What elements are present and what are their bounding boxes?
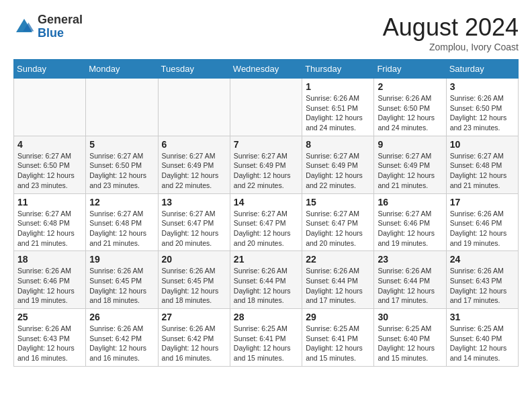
day-of-week-wednesday: Wednesday: [230, 60, 302, 79]
day-number: 10: [450, 139, 515, 150]
day-number: 22: [306, 254, 370, 265]
day-info: Sunrise: 6:27 AMSunset: 6:50 PMDaylight:…: [17, 151, 82, 191]
day-cell: 15Sunrise: 6:27 AMSunset: 6:47 PMDayligh…: [302, 193, 374, 251]
day-cell: 11Sunrise: 6:27 AMSunset: 6:48 PMDayligh…: [14, 193, 86, 251]
day-number: 23: [378, 254, 442, 265]
day-number: 26: [89, 312, 154, 322]
week-row-4: 18Sunrise: 6:26 AMSunset: 6:46 PMDayligh…: [14, 251, 519, 309]
day-info: Sunrise: 6:27 AMSunset: 6:48 PMDaylight:…: [17, 209, 82, 248]
day-info: Sunrise: 6:27 AMSunset: 6:50 PMDaylight:…: [89, 151, 154, 191]
day-cell: 4Sunrise: 6:27 AMSunset: 6:50 PMDaylight…: [14, 136, 86, 193]
day-number: 21: [234, 254, 298, 265]
day-info: Sunrise: 6:27 AMSunset: 6:48 PMDaylight:…: [89, 209, 154, 248]
day-number: 20: [162, 254, 226, 265]
day-cell: 1Sunrise: 6:26 AMSunset: 6:51 PMDaylight…: [302, 79, 374, 136]
day-info: Sunrise: 6:25 AMSunset: 6:40 PMDaylight:…: [378, 324, 442, 363]
day-number: 9: [378, 139, 442, 150]
day-of-week-saturday: Saturday: [446, 60, 518, 79]
location-subtitle: Zomplou, Ivory Coast: [383, 42, 519, 52]
day-cell: 17Sunrise: 6:26 AMSunset: 6:46 PMDayligh…: [446, 193, 518, 251]
day-cell: 10Sunrise: 6:27 AMSunset: 6:48 PMDayligh…: [446, 136, 518, 193]
day-info: Sunrise: 6:26 AMSunset: 6:50 PMDaylight:…: [378, 93, 442, 133]
day-cell: 13Sunrise: 6:27 AMSunset: 6:47 PMDayligh…: [158, 193, 230, 251]
day-cell: [14, 79, 86, 136]
day-cell: 24Sunrise: 6:26 AMSunset: 6:43 PMDayligh…: [446, 251, 518, 309]
day-cell: 12Sunrise: 6:27 AMSunset: 6:48 PMDayligh…: [86, 193, 158, 251]
day-cell: 28Sunrise: 6:25 AMSunset: 6:41 PMDayligh…: [230, 309, 302, 367]
logo-icon: [13, 16, 35, 38]
day-cell: 7Sunrise: 6:27 AMSunset: 6:49 PMDaylight…: [230, 136, 302, 193]
day-info: Sunrise: 6:26 AMSunset: 6:44 PMDaylight:…: [234, 266, 298, 306]
day-number: 24: [450, 254, 515, 265]
calendar-body: 1Sunrise: 6:26 AMSunset: 6:51 PMDaylight…: [14, 79, 519, 367]
day-number: 16: [378, 197, 442, 208]
day-info: Sunrise: 6:26 AMSunset: 6:44 PMDaylight:…: [306, 266, 370, 306]
week-row-1: 1Sunrise: 6:26 AMSunset: 6:51 PMDaylight…: [14, 79, 519, 136]
day-cell: 23Sunrise: 6:26 AMSunset: 6:44 PMDayligh…: [374, 251, 446, 309]
day-number: 12: [89, 197, 154, 208]
day-info: Sunrise: 6:27 AMSunset: 6:48 PMDaylight:…: [450, 151, 515, 191]
week-row-2: 4Sunrise: 6:27 AMSunset: 6:50 PMDaylight…: [14, 136, 519, 193]
day-number: 31: [450, 312, 515, 322]
day-cell: 2Sunrise: 6:26 AMSunset: 6:50 PMDaylight…: [374, 79, 446, 136]
day-of-week-monday: Monday: [86, 60, 158, 79]
day-cell: 22Sunrise: 6:26 AMSunset: 6:44 PMDayligh…: [302, 251, 374, 309]
day-number: 18: [17, 254, 82, 265]
day-info: Sunrise: 6:25 AMSunset: 6:40 PMDaylight:…: [450, 324, 515, 363]
day-number: 28: [234, 312, 298, 322]
day-number: 4: [17, 139, 82, 150]
day-number: 7: [234, 139, 298, 150]
day-number: 29: [306, 312, 370, 322]
month-year-title: August 2024: [383, 13, 519, 42]
day-number: 2: [378, 81, 442, 92]
day-info: Sunrise: 6:26 AMSunset: 6:51 PMDaylight:…: [306, 93, 370, 133]
day-cell: [158, 79, 230, 136]
day-cell: 8Sunrise: 6:27 AMSunset: 6:49 PMDaylight…: [302, 136, 374, 193]
day-info: Sunrise: 6:27 AMSunset: 6:47 PMDaylight:…: [162, 209, 226, 248]
day-cell: 27Sunrise: 6:26 AMSunset: 6:42 PMDayligh…: [158, 309, 230, 367]
day-cell: 31Sunrise: 6:25 AMSunset: 6:40 PMDayligh…: [446, 309, 518, 367]
day-info: Sunrise: 6:25 AMSunset: 6:41 PMDaylight:…: [234, 324, 298, 363]
week-row-3: 11Sunrise: 6:27 AMSunset: 6:48 PMDayligh…: [14, 193, 519, 251]
day-cell: 6Sunrise: 6:27 AMSunset: 6:49 PMDaylight…: [158, 136, 230, 193]
days-of-week-row: SundayMondayTuesdayWednesdayThursdayFrid…: [14, 60, 519, 79]
day-cell: 16Sunrise: 6:27 AMSunset: 6:46 PMDayligh…: [374, 193, 446, 251]
page-header: General Blue August 2024 Zomplou, Ivory …: [13, 13, 519, 52]
day-cell: 9Sunrise: 6:27 AMSunset: 6:49 PMDaylight…: [374, 136, 446, 193]
day-info: Sunrise: 6:26 AMSunset: 6:43 PMDaylight:…: [450, 266, 515, 306]
calendar-table: SundayMondayTuesdayWednesdayThursdayFrid…: [13, 59, 519, 367]
day-info: Sunrise: 6:27 AMSunset: 6:49 PMDaylight:…: [378, 151, 442, 191]
day-info: Sunrise: 6:26 AMSunset: 6:46 PMDaylight:…: [17, 266, 82, 306]
day-cell: 14Sunrise: 6:27 AMSunset: 6:47 PMDayligh…: [230, 193, 302, 251]
day-info: Sunrise: 6:26 AMSunset: 6:42 PMDaylight:…: [162, 324, 226, 363]
title-section: August 2024 Zomplou, Ivory Coast: [383, 13, 519, 52]
day-of-week-thursday: Thursday: [302, 60, 374, 79]
day-cell: [86, 79, 158, 136]
week-row-5: 25Sunrise: 6:26 AMSunset: 6:43 PMDayligh…: [14, 309, 519, 367]
day-number: 6: [162, 139, 226, 150]
day-info: Sunrise: 6:27 AMSunset: 6:47 PMDaylight:…: [306, 209, 370, 248]
day-cell: 25Sunrise: 6:26 AMSunset: 6:43 PMDayligh…: [14, 309, 86, 367]
day-cell: 5Sunrise: 6:27 AMSunset: 6:50 PMDaylight…: [86, 136, 158, 193]
day-number: 17: [450, 197, 515, 208]
day-of-week-sunday: Sunday: [14, 60, 86, 79]
logo-general: General: [38, 13, 83, 27]
day-number: 1: [306, 81, 370, 92]
day-number: 3: [450, 81, 515, 92]
day-info: Sunrise: 6:26 AMSunset: 6:50 PMDaylight:…: [450, 93, 515, 133]
day-number: 11: [17, 197, 82, 208]
day-info: Sunrise: 6:27 AMSunset: 6:46 PMDaylight:…: [378, 209, 442, 248]
day-cell: 26Sunrise: 6:26 AMSunset: 6:42 PMDayligh…: [86, 309, 158, 367]
day-cell: 18Sunrise: 6:26 AMSunset: 6:46 PMDayligh…: [14, 251, 86, 309]
day-info: Sunrise: 6:27 AMSunset: 6:49 PMDaylight:…: [234, 151, 298, 191]
day-cell: 19Sunrise: 6:26 AMSunset: 6:45 PMDayligh…: [86, 251, 158, 309]
day-info: Sunrise: 6:26 AMSunset: 6:45 PMDaylight:…: [162, 266, 226, 306]
day-info: Sunrise: 6:27 AMSunset: 6:49 PMDaylight:…: [162, 151, 226, 191]
day-info: Sunrise: 6:26 AMSunset: 6:44 PMDaylight:…: [378, 266, 442, 306]
logo-text: General Blue: [38, 13, 83, 40]
day-cell: 3Sunrise: 6:26 AMSunset: 6:50 PMDaylight…: [446, 79, 518, 136]
day-cell: 29Sunrise: 6:25 AMSunset: 6:41 PMDayligh…: [302, 309, 374, 367]
day-number: 25: [17, 312, 82, 322]
day-cell: [230, 79, 302, 136]
day-number: 13: [162, 197, 226, 208]
